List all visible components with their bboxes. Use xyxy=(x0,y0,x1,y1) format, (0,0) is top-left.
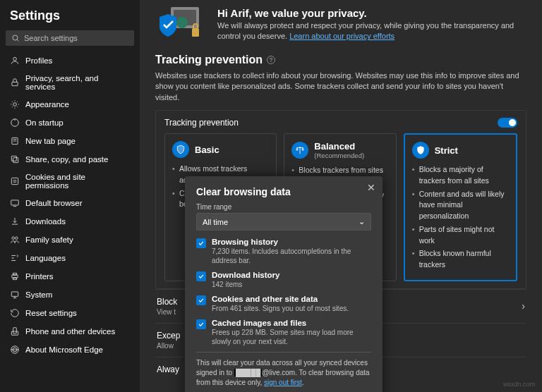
sidebar-item-label: Languages xyxy=(25,254,66,262)
sidebar-item-phone-and-other-devices[interactable]: Phone and other devices xyxy=(0,322,140,341)
search-input[interactable]: Search settings xyxy=(6,30,134,46)
sidebar-item-label: System xyxy=(25,290,52,299)
sign-out-link[interactable]: sign out first xyxy=(264,379,302,386)
checkbox-icon[interactable] xyxy=(196,271,206,281)
shield-strict-icon xyxy=(412,142,429,159)
svg-rect-25 xyxy=(13,328,17,333)
sidebar-item-label: Family safety xyxy=(25,235,73,244)
sidebar-item-about-microsoft-edge[interactable]: About Microsoft Edge xyxy=(0,341,140,359)
sidebar-icon xyxy=(10,345,20,355)
svg-rect-15 xyxy=(11,200,19,205)
hero-desc: We will always protect and respect your … xyxy=(217,20,526,42)
chevron-down-icon: ⌄ xyxy=(359,217,365,226)
hero-title: Hi Arif, we value your privacy. xyxy=(217,7,526,19)
tracking-card-strict[interactable]: Strict Blocks a majority of trackers fro… xyxy=(404,133,517,281)
sidebar-icon xyxy=(10,290,20,300)
sidebar-item-appearance[interactable]: Appearance xyxy=(0,95,140,114)
sidebar-icon xyxy=(10,154,20,164)
checkbox-sub: 142 items xyxy=(212,280,279,289)
sidebar-item-new-tab-page[interactable]: New tab page xyxy=(0,132,140,150)
svg-rect-31 xyxy=(192,28,199,37)
checkbox-label: Cookies and other site data xyxy=(212,295,349,303)
checkbox-icon[interactable] xyxy=(196,295,206,305)
sidebar-item-reset-settings[interactable]: Reset settings xyxy=(0,304,140,322)
sidebar-item-on-startup[interactable]: On startup xyxy=(0,114,140,132)
sidebar-item-label: Default browser xyxy=(25,199,83,207)
clear-browsing-dialog: ✕ Clear browsing data Time range All tim… xyxy=(185,176,383,392)
sidebar-icon xyxy=(10,235,20,245)
info-icon[interactable]: ? xyxy=(267,56,275,64)
svg-rect-3 xyxy=(12,82,18,85)
svg-point-0 xyxy=(13,35,18,40)
sidebar-item-family-safety[interactable]: Family safety xyxy=(0,231,140,249)
dialog-checkbox-row[interactable]: Cookies and other site dataFrom 461 site… xyxy=(196,295,371,313)
sidebar-item-label: On startup xyxy=(25,118,64,127)
sidebar-item-privacy-search-and-services[interactable]: Privacy, search, and services xyxy=(0,70,140,95)
search-icon xyxy=(11,34,20,42)
time-range-select[interactable]: All time ⌄ xyxy=(196,213,371,231)
card-bullet: Content and ads will likely have minimal… xyxy=(419,189,509,222)
chevron-right-icon: › xyxy=(522,300,525,312)
sidebar-item-label: Reset settings xyxy=(25,309,77,317)
sidebar-item-profiles[interactable]: Profiles xyxy=(0,51,140,70)
card-bullet: Parts of sites might not work xyxy=(419,224,509,247)
hero-link[interactable]: Learn about our privacy efforts xyxy=(289,32,395,40)
tracking-desc: Websites use trackers to collect info ab… xyxy=(155,71,526,103)
sidebar-item-default-browser[interactable]: Default browser xyxy=(0,194,140,212)
checkbox-label: Cached images and files xyxy=(212,319,371,327)
dialog-sync-note: This will clear your data across all you… xyxy=(196,352,371,388)
sidebar-icon xyxy=(10,99,20,109)
svg-rect-11 xyxy=(13,158,18,163)
watermark: wsxdn.com xyxy=(503,381,535,388)
sidebar-title: Settings xyxy=(0,6,140,30)
sidebar-item-label: Share, copy, and paste xyxy=(25,155,108,164)
svg-rect-21 xyxy=(13,278,17,280)
card-title: Strict xyxy=(435,145,458,156)
search-placeholder: Search settings xyxy=(24,34,78,42)
sidebar-icon xyxy=(10,271,20,281)
card-title: Basic xyxy=(195,145,219,155)
svg-line-1 xyxy=(18,40,19,42)
sidebar-item-label: Appearance xyxy=(25,100,69,109)
svg-rect-22 xyxy=(11,292,18,296)
shield-basic-icon xyxy=(172,141,189,158)
sidebar-item-share-copy-and-paste[interactable]: Share, copy, and paste xyxy=(0,150,140,169)
sidebar-item-label: New tab page xyxy=(25,137,76,145)
sidebar-icon xyxy=(10,216,20,226)
sidebar-icon xyxy=(10,78,20,87)
sidebar-icon xyxy=(10,56,20,66)
svg-point-30 xyxy=(176,17,188,28)
dialog-checkbox-row[interactable]: Browsing history7,230 items. Includes au… xyxy=(196,238,371,265)
sidebar-item-label: Cookies and site permissions xyxy=(25,173,130,190)
card-title: Balanced xyxy=(314,141,364,152)
sidebar-item-label: Printers xyxy=(25,272,54,281)
sidebar-icon xyxy=(10,118,20,128)
settings-sidebar: Settings Search settings ProfilesPrivacy… xyxy=(0,0,140,392)
svg-rect-20 xyxy=(13,273,17,275)
close-icon[interactable]: ✕ xyxy=(367,182,375,193)
tracking-title: Tracking prevention ? xyxy=(155,54,526,66)
sidebar-item-label: Profiles xyxy=(25,56,52,65)
time-range-label: Time range xyxy=(196,203,371,211)
sidebar-item-downloads[interactable]: Downloads xyxy=(0,212,140,231)
card-sub: (Recommended) xyxy=(314,152,364,159)
sidebar-item-cookies-and-site-permissions[interactable]: Cookies and site permissions xyxy=(0,169,140,194)
sidebar-item-label: Phone and other devices xyxy=(25,327,115,336)
sidebar-item-printers[interactable]: Printers xyxy=(0,267,140,286)
sidebar-item-label: About Microsoft Edge xyxy=(25,345,103,354)
dialog-checkbox-row[interactable]: Cached images and filesFrees up 228 MB. … xyxy=(196,319,371,346)
tracking-toggle[interactable] xyxy=(498,118,517,128)
balance-icon xyxy=(291,142,308,159)
sidebar-item-label: Downloads xyxy=(25,217,66,226)
sidebar-icon xyxy=(10,176,20,186)
sidebar-item-system[interactable]: System xyxy=(0,286,140,304)
sidebar-item-languages[interactable]: Languages xyxy=(0,249,140,267)
card-bullet: Blocks a majority of trackers from all s… xyxy=(419,164,509,187)
checkbox-icon[interactable] xyxy=(196,319,206,329)
checkbox-sub: Frees up 228 MB. Some sites may load mor… xyxy=(212,328,371,346)
svg-point-2 xyxy=(13,57,17,61)
checkbox-icon[interactable] xyxy=(196,238,206,248)
dialog-checkbox-row[interactable]: Download history142 items xyxy=(196,271,371,289)
svg-point-17 xyxy=(12,237,15,240)
checkbox-sub: From 461 sites. Signs you out of most si… xyxy=(212,304,349,313)
